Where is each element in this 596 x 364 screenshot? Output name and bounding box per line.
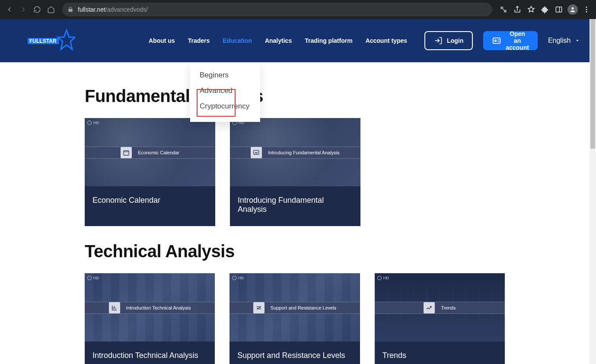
svg-rect-0	[556, 7, 562, 12]
bookmark-star-icon[interactable]	[525, 3, 537, 16]
scrollbar-thumb[interactable]	[590, 19, 595, 149]
nav-about-us[interactable]: About us	[149, 37, 175, 44]
svg-point-10	[495, 40, 497, 42]
browser-toolbar: fullstar.net/advancedvods/	[0, 0, 596, 19]
reload-button[interactable]	[31, 3, 43, 16]
open-account-icon	[492, 36, 501, 45]
card-row-fundamental: HD Economic Calendar Economic Calendar	[85, 118, 505, 226]
analysis-icon	[251, 147, 262, 158]
main-nav: About us Traders Education Analytics Tra…	[149, 37, 407, 44]
language-selector[interactable]: English	[548, 37, 580, 45]
forward-button[interactable]	[17, 3, 29, 16]
menu-kebab-icon[interactable]	[580, 3, 593, 16]
dropdown-item-advanced[interactable]: Advanced	[190, 83, 260, 99]
card-thumb: HD Support and Resistance Levels	[229, 273, 360, 342]
education-dropdown: Beginers Advanced Cryptocurrency	[190, 62, 260, 122]
chart-icon	[109, 302, 120, 313]
back-button[interactable]	[3, 3, 16, 16]
card-economic-calendar[interactable]: HD Economic Calendar Economic Calendar	[85, 118, 215, 226]
svg-point-4	[586, 9, 587, 10]
share-icon[interactable]	[511, 3, 523, 16]
nav-traders[interactable]: Traders	[188, 37, 210, 44]
home-button[interactable]	[45, 3, 57, 16]
svg-point-2	[571, 7, 574, 10]
card-thumb: HD Introducing Fundamental Analysis	[230, 118, 360, 186]
card-title: Economic Calendar	[85, 186, 215, 217]
nav-trading-platform[interactable]: Trading platform	[305, 37, 352, 44]
svg-rect-12	[254, 150, 259, 154]
extensions-icon[interactable]	[539, 3, 551, 16]
nav-education[interactable]: Education	[223, 37, 252, 44]
language-label: English	[548, 37, 571, 45]
panel-icon[interactable]	[553, 3, 565, 16]
svg-text:FULLSTAR: FULLSTAR	[29, 38, 57, 44]
translate-icon[interactable]	[497, 3, 510, 16]
section-title-technical: Technical Analysis	[85, 242, 505, 261]
scrollbar-track[interactable]	[590, 19, 596, 364]
site-header: FULLSTAR About us Traders Education Anal…	[0, 19, 590, 62]
open-account-button[interactable]: Open an account	[483, 31, 538, 50]
login-icon	[434, 36, 443, 45]
main-content: Fundamental Analysis HD Economic Calenda…	[0, 62, 590, 364]
card-thumb: HD Trends	[375, 273, 505, 342]
card-title: Support and Resistance Levels	[229, 342, 360, 364]
svg-point-5	[586, 11, 587, 13]
card-thumb: HD Economic Calendar	[85, 118, 215, 186]
card-row-technical: HD Introduction Technical Analysis Intro…	[85, 273, 505, 364]
section-title-fundamental: Fundamental Analysis	[85, 86, 505, 106]
card-introducing-fundamental[interactable]: HD Introducing Fundamental Analysis Intr…	[230, 118, 360, 226]
trend-icon	[424, 302, 435, 313]
card-intro-technical[interactable]: HD Introduction Technical Analysis Intro…	[85, 273, 215, 364]
dropdown-item-beginners[interactable]: Beginers	[190, 67, 260, 83]
lock-icon	[67, 6, 73, 13]
nav-analytics[interactable]: Analytics	[265, 37, 292, 44]
svg-marker-6	[58, 30, 75, 49]
card-title: Trends	[375, 342, 505, 364]
svg-rect-11	[124, 150, 129, 155]
card-title: Introducing Fundamental Analysis	[230, 186, 360, 226]
viewport: FULLSTAR About us Traders Education Anal…	[0, 19, 596, 364]
card-trends[interactable]: HD Trends Trends	[375, 273, 505, 364]
site-logo[interactable]: FULLSTAR	[28, 29, 75, 53]
card-thumb: HD Introduction Technical Analysis	[85, 273, 215, 342]
page: FULLSTAR About us Traders Education Anal…	[0, 19, 590, 364]
login-button[interactable]: Login	[424, 31, 473, 50]
card-title: Introduction Technical Analysis	[85, 342, 215, 364]
address-bar[interactable]: fullstar.net/advancedvods/	[62, 3, 492, 16]
header-actions: Login Open an account English	[424, 31, 580, 50]
svg-point-3	[586, 6, 587, 8]
chevron-down-icon	[575, 38, 580, 43]
calendar-icon	[121, 147, 132, 158]
login-label: Login	[447, 37, 463, 44]
nav-account-types[interactable]: Account types	[366, 37, 407, 44]
card-support-resistance[interactable]: HD Support and Resistance Levels Support…	[229, 273, 360, 364]
levels-icon	[253, 302, 265, 313]
dropdown-item-cryptocurrency[interactable]: Cryptocurrency	[190, 99, 260, 114]
open-account-label: Open an account	[506, 30, 529, 51]
profile-avatar[interactable]	[567, 3, 579, 16]
url-text: fullstar.net/advancedvods/	[78, 6, 148, 13]
